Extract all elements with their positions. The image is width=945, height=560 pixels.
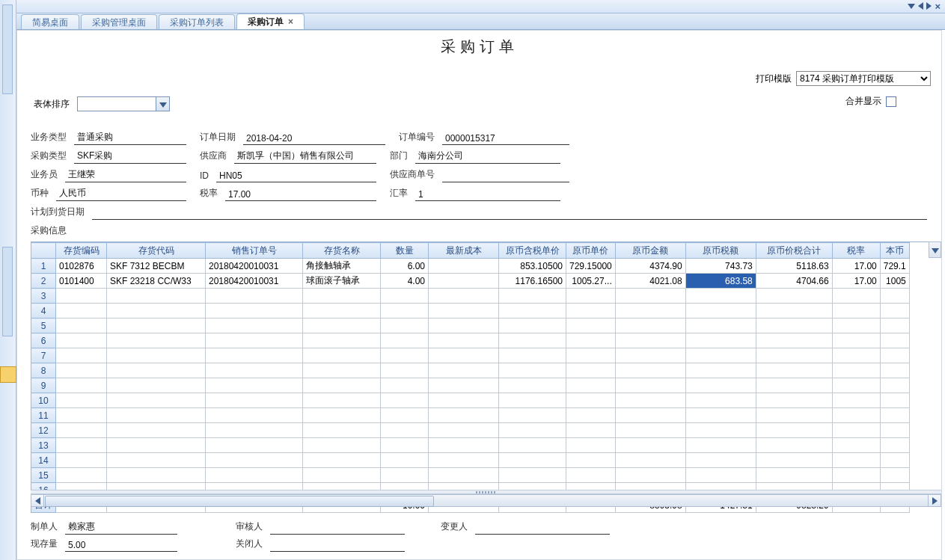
cell-empty[interactable] <box>499 468 566 483</box>
table-row[interactable]: 14 <box>31 453 910 468</box>
cell-rate[interactable]: 17.00 <box>832 274 880 289</box>
table-row[interactable]: 13 <box>31 438 910 453</box>
cell-empty[interactable] <box>685 333 756 348</box>
col-price[interactable]: 原币单价 <box>566 243 616 259</box>
field-order-date[interactable]: 2018-04-20 <box>243 133 385 145</box>
cell-empty[interactable] <box>756 348 832 363</box>
cell-empty[interactable] <box>56 438 107 453</box>
cell-empty[interactable] <box>303 453 381 468</box>
cell-taxprice[interactable]: 853.10500 <box>499 259 566 274</box>
tab-po[interactable]: 采购订单× <box>236 13 305 29</box>
table-row[interactable]: 3 <box>31 289 910 304</box>
cell-empty[interactable] <box>880 438 909 453</box>
col-total[interactable]: 原币价税合计 <box>756 243 832 259</box>
cell-empty[interactable] <box>303 438 381 453</box>
cell-empty[interactable] <box>615 363 685 378</box>
row-number[interactable]: 4 <box>31 304 56 319</box>
cell-empty[interactable] <box>499 378 566 393</box>
vertical-panel-1[interactable] <box>2 4 13 94</box>
cell-empty[interactable] <box>206 408 303 423</box>
cell-empty[interactable] <box>499 408 566 423</box>
cell-empty[interactable] <box>429 438 499 453</box>
cell-empty[interactable] <box>880 378 909 393</box>
cell-tax[interactable]: 743.73 <box>685 259 756 274</box>
cell-empty[interactable] <box>429 378 499 393</box>
cell-empty[interactable] <box>880 304 909 319</box>
cell-empty[interactable] <box>685 468 756 483</box>
cell-empty[interactable] <box>756 304 832 319</box>
cell-empty[interactable] <box>381 289 429 304</box>
tab-close-icon[interactable]: × <box>288 16 293 27</box>
col-cost[interactable]: 最新成本 <box>429 243 499 259</box>
row-number[interactable]: 15 <box>31 468 56 483</box>
sort-combo[interactable] <box>77 96 170 111</box>
cell-empty[interactable] <box>566 423 616 438</box>
cell-empty[interactable] <box>615 378 685 393</box>
cell-empty[interactable] <box>832 378 880 393</box>
cell-empty[interactable] <box>615 333 685 348</box>
field-exrate[interactable]: 1 <box>415 189 560 201</box>
cell-empty[interactable] <box>381 453 429 468</box>
cell-empty[interactable] <box>303 289 381 304</box>
close-icon[interactable]: × <box>935 1 941 11</box>
cell-empty[interactable] <box>880 319 909 333</box>
cell-empty[interactable] <box>56 453 107 468</box>
cell-empty[interactable] <box>756 333 832 348</box>
cell-empty[interactable] <box>429 393 499 408</box>
cell-empty[interactable] <box>381 363 429 378</box>
cell-empty[interactable] <box>499 319 566 333</box>
cell-empty[interactable] <box>832 304 880 319</box>
cell-empty[interactable] <box>303 363 381 378</box>
cell-empty[interactable] <box>499 438 566 453</box>
cell-empty[interactable] <box>381 319 429 333</box>
cell-empty[interactable] <box>56 468 107 483</box>
field-biz-type[interactable]: 普通采购 <box>74 131 186 145</box>
field-supplier[interactable]: 斯凯孚（中国）销售有限公司 <box>234 150 376 164</box>
cell-empty[interactable] <box>206 348 303 363</box>
cell-empty[interactable] <box>499 453 566 468</box>
scroll-thumb[interactable] <box>45 496 434 507</box>
cell-empty[interactable] <box>566 319 616 333</box>
cell-empty[interactable] <box>56 319 107 333</box>
cell-empty[interactable] <box>832 453 880 468</box>
cell-empty[interactable] <box>566 304 616 319</box>
cell-empty[interactable] <box>685 319 756 333</box>
cell-empty[interactable] <box>615 304 685 319</box>
cell-empty[interactable] <box>880 423 909 438</box>
cell-invcode[interactable]: SKF 7312 BECBM <box>107 259 206 274</box>
yellow-handle[interactable] <box>0 366 16 383</box>
cell-empty[interactable] <box>832 408 880 423</box>
cell-empty[interactable] <box>880 453 909 468</box>
col-sales[interactable]: 销售订单号 <box>206 243 303 259</box>
cell-empty[interactable] <box>756 423 832 438</box>
field-taxrate[interactable]: 17.00 <box>225 189 376 201</box>
cell-empty[interactable] <box>832 438 880 453</box>
cell-empty[interactable] <box>685 423 756 438</box>
cell-qty[interactable]: 4.00 <box>381 274 429 289</box>
cell-empty[interactable] <box>832 289 880 304</box>
cell-empty[interactable] <box>56 363 107 378</box>
merge-display-checkbox[interactable] <box>886 96 896 107</box>
cell-empty[interactable] <box>206 319 303 333</box>
cell-empty[interactable] <box>832 363 880 378</box>
cell-empty[interactable] <box>832 333 880 348</box>
cell-sales[interactable]: 20180420010031 <box>206 274 303 289</box>
cell-empty[interactable] <box>566 289 616 304</box>
cell-empty[interactable] <box>499 363 566 378</box>
field-clerk[interactable]: 王继荣 <box>65 168 186 182</box>
cell-cost[interactable] <box>429 274 499 289</box>
col-local[interactable]: 本币 <box>880 243 909 259</box>
dropdown-icon[interactable] <box>908 4 915 9</box>
nav-back-icon[interactable] <box>918 2 923 10</box>
row-number[interactable]: 7 <box>31 348 56 363</box>
col-name[interactable]: 存货名称 <box>303 243 381 259</box>
cell-empty[interactable] <box>832 393 880 408</box>
cell-empty[interactable] <box>756 438 832 453</box>
cell-empty[interactable] <box>499 393 566 408</box>
row-number[interactable]: 2 <box>31 274 56 289</box>
cell-empty[interactable] <box>685 408 756 423</box>
cell-empty[interactable] <box>756 468 832 483</box>
cell-empty[interactable] <box>832 348 880 363</box>
cell-empty[interactable] <box>880 289 909 304</box>
cell-empty[interactable] <box>303 423 381 438</box>
